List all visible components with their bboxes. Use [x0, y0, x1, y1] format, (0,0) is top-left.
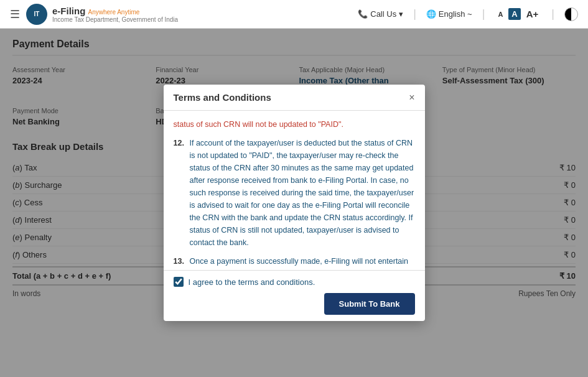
modal-overlay: Terms and Conditions × status of such CR… [0, 29, 588, 377]
item-13-num: 13. [174, 255, 186, 270]
nav-divider-1: | [413, 7, 416, 21]
item-13-text: Once a payment is successfully made, e-F… [190, 255, 415, 270]
font-normal-button[interactable]: A [508, 8, 520, 20]
hamburger-menu-icon[interactable]: ☰ [10, 7, 20, 21]
main-content-area: Payment Details Assessment Year 2023-24 … [0, 29, 588, 377]
modal-item-12: 12. If account of the taxpayer/user is d… [174, 137, 415, 249]
logo-e: e-Filing [52, 6, 85, 16]
submit-to-bank-button[interactable]: Submit To Bank [324, 293, 415, 315]
font-small-button[interactable]: A [495, 9, 506, 19]
terms-modal: Terms and Conditions × status of such CR… [164, 85, 425, 321]
logo-area: IT e-Filing Anywhere Anytime Income Tax … [26, 4, 178, 25]
call-dropdown-icon: ▾ [399, 9, 403, 19]
logo-title: e-Filing Anywhere Anytime [52, 6, 178, 16]
font-large-button[interactable]: A+ [523, 7, 542, 21]
globe-icon: 🌐 [426, 9, 436, 19]
pre-text: status of such CRN will not be updated t… [174, 118, 415, 131]
logo-tagline: Anywhere Anytime [88, 9, 140, 16]
font-size-controls: A A A+ [495, 7, 541, 21]
modal-header: Terms and Conditions × [164, 85, 425, 111]
nav-divider-2: | [482, 7, 485, 21]
logo-emblem: IT [26, 4, 47, 25]
modal-close-button[interactable]: × [409, 93, 414, 103]
nav-left: ☰ IT e-Filing Anywhere Anytime Income Ta… [10, 4, 178, 25]
modal-body: status of such CRN will not be updated t… [164, 111, 425, 270]
phone-icon: 📞 [358, 9, 368, 19]
item-12-num: 12. [174, 137, 186, 249]
modal-item-13: 13. Once a payment is successfully made,… [174, 255, 415, 270]
call-us-button[interactable]: 📞 Call Us ▾ [358, 9, 403, 19]
modal-title: Terms and Conditions [174, 92, 271, 103]
language-label: English ~ [439, 9, 472, 19]
modal-footer: I agree to the terms and conditions. Sub… [164, 270, 425, 321]
contrast-toggle[interactable] [564, 7, 578, 21]
nav-right: 📞 Call Us ▾ | 🌐 English ~ | A A A+ | [358, 7, 578, 21]
call-us-label: Call Us [370, 9, 396, 19]
terms-checkbox-row: I agree to the terms and conditions. [174, 277, 415, 287]
top-navigation: ☰ IT e-Filing Anywhere Anytime Income Ta… [0, 0, 588, 29]
logo-text-block: e-Filing Anywhere Anytime Income Tax Dep… [52, 6, 178, 23]
language-selector[interactable]: 🌐 English ~ [426, 9, 472, 19]
logo-subtitle: Income Tax Department, Government of Ind… [52, 16, 178, 23]
terms-checkbox-label[interactable]: I agree to the terms and conditions. [189, 277, 315, 287]
terms-checkbox[interactable] [174, 277, 184, 287]
nav-divider-3: | [551, 7, 554, 21]
item-12-text: If account of the taxpayer/user is deduc… [190, 137, 415, 249]
